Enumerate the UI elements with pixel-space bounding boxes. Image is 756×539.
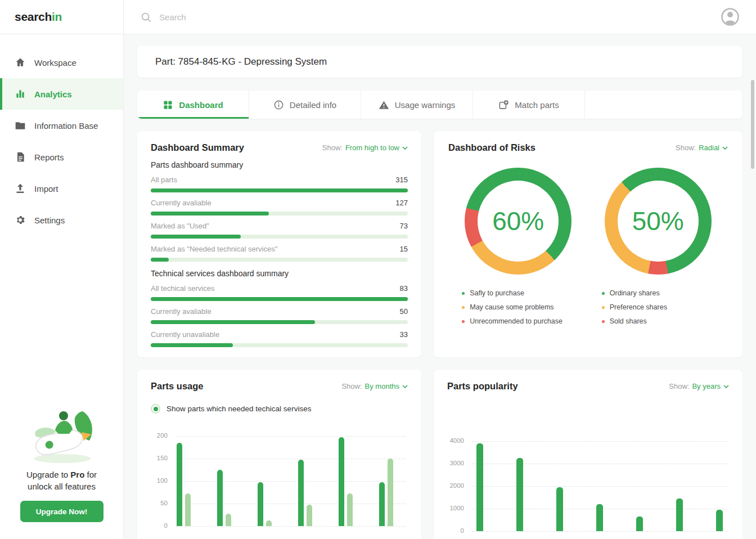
y-axis-tick: 2000 [449,482,464,489]
y-axis-tick: 0 [164,522,168,529]
chevron-down-icon [723,385,729,388]
show-value: From high to low [345,143,399,152]
stat-value: 83 [400,284,408,293]
chart-bar [217,470,223,526]
y-axis: 200150100500 [151,436,169,526]
sidebar-item-import[interactable]: Import [0,173,123,204]
stat-label: Currently unavaliable [151,330,219,339]
summary-show-dropdown[interactable]: Show: From high to low [322,143,408,152]
progress-track [151,212,408,215]
cards-row-2: Parts usage Show: By months Show parts w… [137,370,742,539]
legend-label: Ordinary shares [610,289,660,297]
card-title: Dashboard Summary [151,142,244,153]
gridline [472,441,727,442]
tab-label: Usage warnings [395,100,456,110]
sidebar-item-workspace[interactable]: Workspace [0,47,123,78]
donut-column: 60%Safly to purchaseMay cause some probl… [448,168,588,325]
sidebar-item-reports[interactable]: Reports [0,141,123,173]
donut-legend: Safly to purchaseMay cause some problems… [462,289,574,325]
summary-stat: Currently avaliable127 [151,199,408,215]
risks-show-dropdown[interactable]: Show: Radial [676,143,728,152]
stat-value: 50 [400,307,408,316]
progress-fill [151,297,408,301]
y-axis-tick: 3000 [449,460,464,466]
search-input[interactable] [158,12,712,23]
chart-bar [177,443,182,526]
summary-stat: All techical services83 [151,284,408,301]
plot-area [472,441,727,531]
upgrade-text-bold: Pro [70,470,84,479]
gridline [176,459,406,459]
gridline [176,526,406,527]
parts-popularity-chart: 40003000200010000 [447,441,729,539]
tab-bar: Dashboard Detailed info Usage warnings M… [137,91,742,119]
donut-hole: 60% [478,181,559,262]
summary-stat: Marked as "Used"73 [151,222,408,239]
parts-usage-chart: 200150100500 [151,436,408,537]
cards-row-1: Dashboard Summary Show: From high to low… [137,131,742,357]
topbar: searchin [0,0,756,34]
legend-label: Unrecommended to purchase [470,317,562,325]
summary-stat: All parts315 [151,176,408,192]
donut-percent: 50% [632,206,684,236]
tab-dashboard[interactable]: Dashboard [137,91,249,119]
legend-item: Unrecommended to purchase [462,317,574,325]
stat-label: All parts [151,176,177,184]
summary-stat: Marked as "Needed technical services"15 [151,245,408,262]
upgrade-now-button[interactable]: Upgrade Now! [20,501,104,522]
card-title: Parts usage [151,381,204,392]
gridline [176,504,406,504]
donut-legend: Ordinary sharesPreference sharesSold sha… [602,289,714,325]
tab-detailed-info[interactable]: Detailed info [249,91,361,119]
show-label: Show: [669,382,689,390]
tab-usage-warnings[interactable]: Usage warnings [361,91,473,119]
gridline [472,464,727,464]
show-label: Show: [322,143,343,152]
card-title: Parts popularity [447,381,518,392]
legend-dot-icon [602,320,605,323]
stat-label: All techical services [151,284,214,293]
stat-value: 315 [395,176,408,184]
chevron-down-icon [402,146,408,150]
y-axis-tick: 100 [157,477,168,484]
main-content: Part: 7854-845-KG - Depressing System Da… [124,34,756,539]
stat-label: Marked as "Used" [151,222,209,230]
popularity-show-dropdown[interactable]: Show: By years [669,382,729,390]
dashboard-of-risks-card: Dashboard of Risks Show: Radial 60%Safly… [434,131,742,357]
chart-bar [636,516,643,531]
import-icon [15,183,26,194]
chart-bar [258,482,263,526]
y-axis: 40003000200010000 [447,441,465,531]
part-title: Part: 7854-845-KG - Depressing System [155,56,327,68]
stat-value: 73 [400,222,408,230]
app-window: searchin Workspace Analytics [0,0,756,539]
radio-button[interactable] [151,404,160,414]
user-avatar[interactable] [719,6,741,28]
progress-fill [151,188,408,192]
show-value: By years [692,382,721,390]
vertical-scrollbar-thumb[interactable] [751,80,754,169]
chart-bar [307,505,312,526]
sidebar-item-settings[interactable]: Settings [0,204,123,236]
tab-label: Match parts [515,100,559,110]
tab-match-parts[interactable]: Match parts [473,91,585,119]
radio-label: Show parts which needed techical servise… [166,405,311,413]
chart-bar [596,504,603,531]
sidebar-item-analytics[interactable]: Analytics [0,78,123,110]
global-search [124,0,756,34]
donut-hole: 50% [618,181,699,262]
gear-icon [15,214,26,226]
usage-show-dropdown[interactable]: Show: By months [341,382,408,390]
legend-dot-icon [602,306,605,309]
sidebar-item-label: Reports [34,152,64,162]
gridline [472,531,727,532]
chart-bar [339,437,344,526]
sidebar-item-label: Settings [34,215,65,225]
donut-percent: 60% [492,206,544,236]
donut-column: 50%Ordinary sharesPreference sharesSold … [588,168,728,325]
progress-fill [151,212,269,215]
sidebar-item-information-base[interactable]: Information Base [0,110,123,141]
gridline [176,436,406,437]
analytics-icon [15,88,26,100]
logo: searchin [0,0,124,34]
